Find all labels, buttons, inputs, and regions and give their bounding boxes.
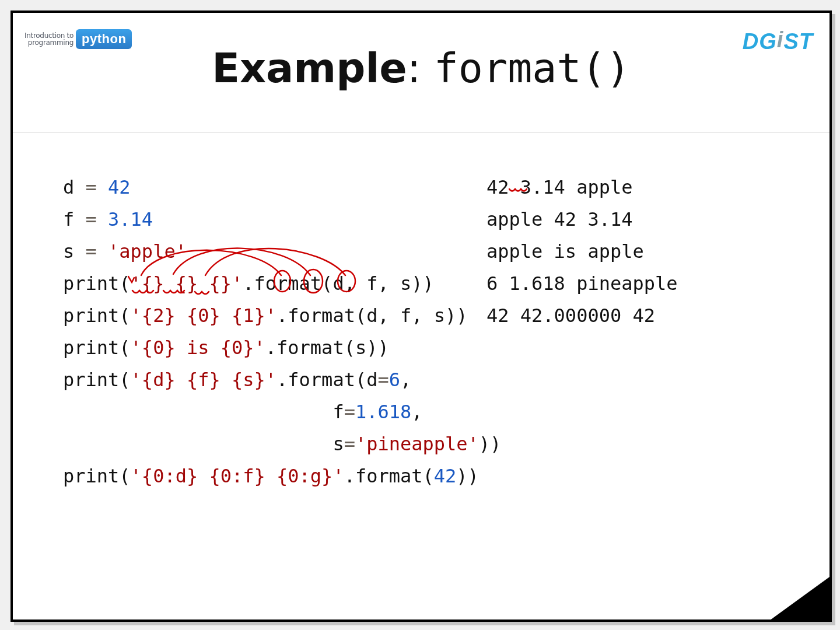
code-block: d = 42 f = 3.14 s = 'apple' print('{} {}… [63, 172, 810, 492]
slide: Introduction to programming python DGiST… [10, 10, 832, 622]
output-line-2: apple 42 3.14 [487, 208, 632, 230]
code-line-8: f=1.618, [63, 401, 423, 423]
title-mono: format() [434, 44, 631, 92]
output-line-4: 6 1.618 pineapple [487, 272, 678, 295]
code-line-9: s='pineapple')) [63, 433, 501, 455]
corner-fold-icon [768, 575, 832, 622]
code-line-5: print('{2} {0} {1}'.format(d, f, s)) [63, 304, 468, 327]
title-divider [13, 132, 830, 132]
code-line-4: print('{} {} {}'.format(d, f, s)) [63, 272, 434, 295]
title-prefix: Example [212, 44, 407, 92]
code-line-10: print('{0:d} {0:f} {0:g}'.format(42)) [63, 465, 479, 487]
output-line-3: apple is apple [487, 240, 644, 262]
code-line-2: f = 3.14 [63, 208, 153, 230]
title-colon: : [407, 44, 434, 92]
code-line-6: print('{0} is {0}'.format(s)) [63, 337, 389, 359]
code-line-3: s = 'apple' [63, 240, 187, 262]
slide-wrap: Introduction to programming python DGiST… [0, 0, 840, 630]
output-line-1: 42 3.14 apple [487, 176, 632, 198]
output-block: 42 3.14 apple apple 42 3.14 apple is app… [487, 172, 678, 332]
slide-title: Example: format() [13, 44, 830, 92]
code-line-7: print('{d} {f} {s}'.format(d=6, [63, 369, 411, 391]
output-line-5: 42 42.000000 42 [487, 304, 655, 327]
code-line-1: d = 42 [63, 176, 131, 198]
